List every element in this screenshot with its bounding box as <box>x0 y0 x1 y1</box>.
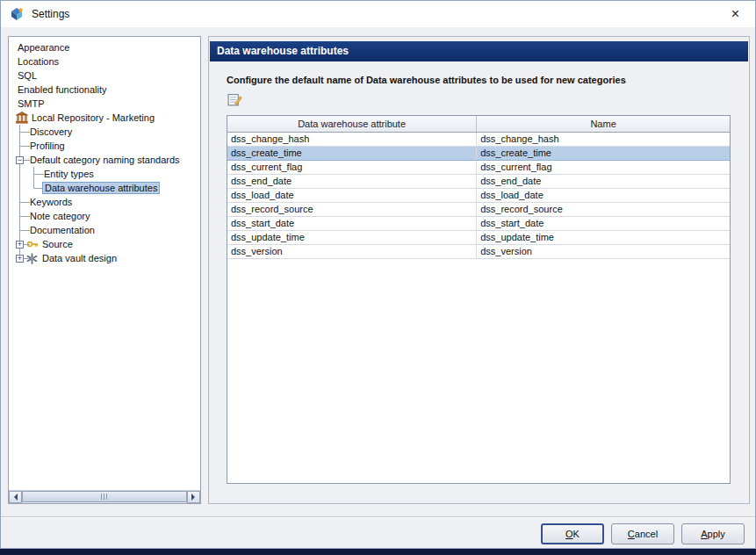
cell-attribute[interactable]: dss_change_hash <box>227 132 477 146</box>
dialog-content: AppearanceLocationsSQLEnabled functional… <box>1 27 755 548</box>
tree-item-label[interactable]: SQL <box>16 69 39 82</box>
attributes-table: Data warehouse attributeName dss_change_… <box>227 116 730 259</box>
cell-name[interactable]: dss_change_hash <box>477 132 730 146</box>
attributes-table-scrollpane: Data warehouse attributeName dss_change_… <box>227 115 731 484</box>
tree-item-data-vault-design[interactable]: +Data vault design <box>9 251 200 265</box>
panel-description: Configure the default name of Data wareh… <box>227 75 626 85</box>
cell-name[interactable]: dss_create_time <box>477 146 730 160</box>
tree-item-label[interactable]: Enabled functionality <box>16 83 109 96</box>
table-row[interactable]: dss_start_datedss_start_date <box>227 216 730 230</box>
key-icon <box>26 238 39 250</box>
cell-attribute[interactable]: dss_start_date <box>227 216 477 230</box>
tree-item-discovery[interactable]: Discovery <box>9 125 200 139</box>
tree-item-keywords[interactable]: Keywords <box>9 195 200 209</box>
arrow-right-icon <box>191 494 198 501</box>
cell-name[interactable]: dss_start_date <box>477 216 730 230</box>
tree-item-entity-types[interactable]: Entity types <box>9 167 200 181</box>
tree-item-label[interactable]: SMTP <box>16 97 47 110</box>
cell-name[interactable]: dss_current_flag <box>477 160 730 174</box>
tree-item-label[interactable]: Discovery <box>28 126 74 138</box>
tree-item-label[interactable]: Source <box>40 238 75 250</box>
tree-item-enabled-functionality[interactable]: Enabled functionality <box>9 83 200 97</box>
table-row[interactable]: dss_change_hashdss_change_hash <box>227 132 730 146</box>
column-header-attribute[interactable]: Data warehouse attribute <box>227 116 477 132</box>
table-body: dss_change_hashdss_change_hashdss_create… <box>227 132 730 258</box>
button-bar-separator <box>1 516 755 518</box>
tree-item-label[interactable]: Entity types <box>42 168 96 180</box>
cell-attribute[interactable]: dss_version <box>227 244 477 258</box>
tree-item-label[interactable]: Note category <box>28 210 91 222</box>
tree-item-appearance[interactable]: Appearance <box>9 40 200 54</box>
cell-name[interactable]: dss_load_date <box>477 188 730 202</box>
panel-title: Data warehouse attributes <box>210 41 748 61</box>
tree-item-label[interactable]: Appearance <box>16 41 71 54</box>
expand-icon[interactable]: + <box>16 241 24 249</box>
tree-horizontal-scrollbar[interactable] <box>9 490 200 503</box>
settings-tree: AppearanceLocationsSQLEnabled functional… <box>9 37 200 490</box>
cell-name[interactable]: dss_version <box>477 244 730 258</box>
tree-item-note-category[interactable]: Note category <box>9 209 200 223</box>
table-row[interactable]: dss_record_sourcedss_record_source <box>227 202 730 216</box>
scrollbar-track[interactable] <box>22 491 187 503</box>
tree-item-label[interactable]: Default category naming standards <box>28 154 182 166</box>
cell-attribute[interactable]: dss_end_date <box>227 174 477 188</box>
tree-item-label[interactable]: Locations <box>16 55 61 68</box>
button-bar: OKCancelApply <box>541 523 745 544</box>
tree-item-locations[interactable]: Locations <box>9 54 200 68</box>
collapse-icon[interactable]: − <box>16 156 24 164</box>
table-row[interactable]: dss_load_datedss_load_date <box>227 188 730 202</box>
cell-name[interactable]: dss_record_source <box>477 202 730 216</box>
settings-app-icon <box>9 7 25 21</box>
table-row[interactable]: dss_versiondss_version <box>227 244 730 258</box>
titlebar[interactable]: Settings × <box>1 1 755 27</box>
table-row[interactable]: dss_end_datedss_end_date <box>227 174 730 188</box>
tree-item-default-category-naming-standards[interactable]: −Default category naming standards <box>9 153 200 167</box>
tree-item-label[interactable]: Data warehouse attributes <box>42 182 160 194</box>
tree-item-profiling[interactable]: Profiling <box>9 139 200 153</box>
detail-panel: Data warehouse attributes Configure the … <box>208 36 750 504</box>
scrollbar-thumb[interactable] <box>22 491 187 502</box>
edit-table-icon[interactable] <box>225 90 244 108</box>
desktop-taskbar-strip <box>0 549 756 555</box>
tree-item-local-repository-marketing[interactable]: Local Repository - Marketing <box>9 111 200 125</box>
cell-attribute[interactable]: dss_record_source <box>227 202 477 216</box>
tree-item-smtp[interactable]: SMTP <box>9 97 200 111</box>
tree-item-sql[interactable]: SQL <box>9 68 200 83</box>
tree-item-label[interactable]: Profiling <box>28 140 67 152</box>
table-header-row: Data warehouse attributeName <box>227 116 730 132</box>
cell-name[interactable]: dss_update_time <box>477 230 730 244</box>
ok-button[interactable]: OK <box>541 523 604 544</box>
scrollbar-grip-icon <box>101 494 109 500</box>
cell-name[interactable]: dss_end_date <box>477 174 730 188</box>
tree-item-source[interactable]: +Source <box>9 237 200 251</box>
tree-item-label[interactable]: Documentation <box>28 224 97 236</box>
table-row[interactable]: dss_current_flagdss_current_flag <box>227 160 730 174</box>
scroll-right-button[interactable] <box>187 491 200 503</box>
arrow-left-icon <box>11 494 18 501</box>
cell-attribute[interactable]: dss_update_time <box>227 230 477 244</box>
tree-item-label[interactable]: Keywords <box>28 196 74 208</box>
tree-item-data-warehouse-attributes[interactable]: Data warehouse attributes <box>9 181 200 195</box>
cell-attribute[interactable]: dss_load_date <box>227 188 477 202</box>
settings-dialog: Settings × AppearanceLocationsSQLEnabled… <box>0 0 756 549</box>
table-row[interactable]: dss_create_timedss_create_time <box>227 146 730 160</box>
repository-icon <box>16 112 28 124</box>
vault-icon <box>26 252 39 264</box>
close-icon[interactable]: × <box>716 1 755 27</box>
table-row[interactable]: dss_update_timedss_update_time <box>227 230 730 244</box>
expand-icon[interactable]: + <box>16 255 24 263</box>
column-header-name[interactable]: Name <box>477 116 730 132</box>
scroll-left-button[interactable] <box>9 491 22 503</box>
apply-button[interactable]: Apply <box>681 523 745 544</box>
tree-item-label[interactable]: Local Repository - Marketing <box>30 112 156 124</box>
cancel-button[interactable]: Cancel <box>611 523 674 544</box>
tree-item-label[interactable]: Data vault design <box>40 252 119 264</box>
cell-attribute[interactable]: dss_create_time <box>227 146 477 160</box>
window-title: Settings <box>32 8 69 20</box>
cell-attribute[interactable]: dss_current_flag <box>227 160 477 174</box>
tree-item-documentation[interactable]: Documentation <box>9 223 200 237</box>
settings-tree-panel: AppearanceLocationsSQLEnabled functional… <box>8 36 201 504</box>
